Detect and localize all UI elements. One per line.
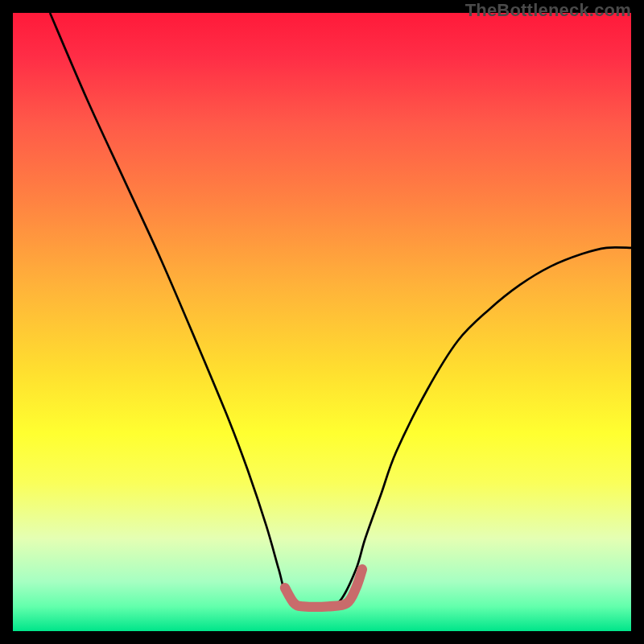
watermark-text: TheBottleneck.com <box>465 0 631 21</box>
chart-plot <box>13 13 631 631</box>
chart-svg <box>13 13 631 631</box>
chart-frame: TheBottleneck.com <box>0 0 644 644</box>
gradient-background <box>13 13 631 631</box>
